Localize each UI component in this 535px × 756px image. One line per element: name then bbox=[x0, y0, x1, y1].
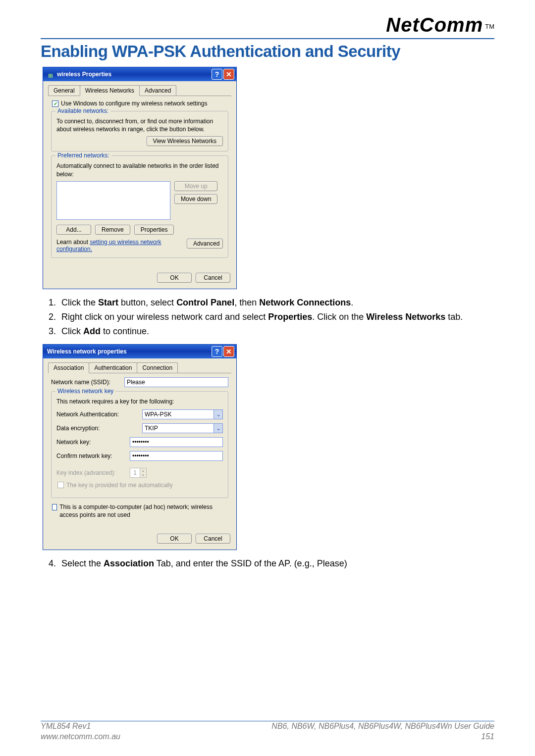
chk-use-windows-label: Use Windows to configure my wireless net… bbox=[61, 100, 207, 107]
brand-text: NetComm bbox=[386, 14, 483, 36]
page-footer: YML854 Rev1 www.netcomm.com.au NB6, NB6W… bbox=[41, 721, 494, 742]
preferred-legend: Preferred networks: bbox=[55, 152, 111, 159]
add-button[interactable]: Add... bbox=[56, 225, 91, 235]
dialog2-title: Wireless network properties bbox=[47, 348, 127, 355]
help-icon[interactable]: ? bbox=[212, 69, 222, 80]
cancel-button-2[interactable]: Cancel bbox=[196, 534, 230, 544]
titlebar-2[interactable]: Wireless network properties ? ✕ bbox=[43, 345, 236, 358]
learn-prefix: Learn about bbox=[56, 239, 90, 246]
page-title: Enabling WPA-PSK Authentication and Secu… bbox=[41, 42, 494, 61]
tabs: General Wireless Networks Advanced bbox=[48, 85, 231, 96]
auto-key-label: The key is provided for me automatically bbox=[66, 482, 173, 489]
tab-association[interactable]: Association bbox=[48, 362, 89, 373]
title-rule bbox=[41, 38, 494, 39]
adhoc-label: This is a computer-to-computer (ad hoc) … bbox=[59, 503, 227, 519]
tab-general[interactable]: General bbox=[48, 85, 80, 96]
instruction-3: Click Add to continue. bbox=[58, 325, 494, 338]
footer-rev: YML854 Rev1 bbox=[41, 721, 120, 732]
dialog1-title: wireless Properties bbox=[57, 71, 111, 78]
instruction-4: Select the Association Tab, and enter th… bbox=[58, 557, 494, 570]
instruction-1: Click the Start button, select Control P… bbox=[58, 296, 494, 309]
brand-logo: NetCommTM bbox=[386, 14, 494, 36]
wireless-network-properties-dialog: Wireless network properties ? ✕ Associat… bbox=[43, 344, 237, 551]
help-icon-2[interactable]: ? bbox=[212, 346, 222, 357]
ssid-label: Network name (SSID): bbox=[51, 379, 120, 386]
key-index-value: 1 bbox=[130, 468, 140, 477]
preferred-text: Automatically connect to available netwo… bbox=[56, 162, 223, 178]
available-text: To connect to, disconnect from, or find … bbox=[56, 117, 223, 133]
network-key-label: Network key: bbox=[56, 439, 126, 446]
move-down-button[interactable]: Move down bbox=[174, 194, 217, 204]
preferred-list[interactable] bbox=[56, 181, 170, 220]
remove-button[interactable]: Remove bbox=[95, 225, 130, 235]
key-legend: Wireless network key bbox=[55, 388, 115, 395]
wireless-properties-dialog: wireless Properties ? ✕ General Wireless… bbox=[43, 67, 237, 289]
network-auth-select[interactable]: WPA-PSK ⌄ bbox=[142, 409, 223, 419]
use-windows-checkbox[interactable]: ✔ bbox=[52, 101, 58, 107]
move-up-button[interactable]: Move up bbox=[174, 181, 217, 191]
cancel-button[interactable]: Cancel bbox=[196, 273, 230, 283]
confirm-key-input[interactable]: •••••••• bbox=[130, 451, 223, 461]
properties-button[interactable]: Properties bbox=[134, 225, 174, 235]
ok-button-2[interactable]: OK bbox=[157, 534, 192, 544]
close-icon[interactable]: ✕ bbox=[223, 69, 234, 80]
auto-key-checkbox bbox=[57, 482, 64, 488]
ok-button[interactable]: OK bbox=[157, 273, 192, 283]
chevron-down-icon-2: ⌄ bbox=[214, 424, 222, 433]
preferred-networks-group: Preferred networks: Automatically connec… bbox=[51, 155, 228, 257]
net-auth-label: Network Authentication: bbox=[56, 411, 138, 418]
footer-guide: NB6, NB6W, NB6Plus4, NB6Plus4W, NB6Plus4… bbox=[271, 721, 494, 732]
key-index-label: Key index (advanced): bbox=[56, 469, 126, 476]
instructions-list-2: Select the Association Tab, and enter th… bbox=[58, 557, 494, 570]
available-networks-group: Available networks: To connect to, disco… bbox=[51, 111, 228, 151]
data-enc-value: TKIP bbox=[145, 425, 158, 432]
view-wireless-networks-button[interactable]: View Wireless Networks bbox=[147, 136, 223, 146]
confirm-key-label: Confirm network key: bbox=[56, 453, 126, 459]
advanced-button[interactable]: Advanced bbox=[187, 239, 223, 249]
tm-text: TM bbox=[485, 23, 494, 30]
footer-url: www.netcomm.com.au bbox=[41, 732, 120, 742]
tabs-2: Association Authentication Connection bbox=[48, 362, 231, 373]
available-legend: Available networks: bbox=[55, 107, 110, 114]
tab-authentication[interactable]: Authentication bbox=[89, 362, 137, 373]
tab-connection[interactable]: Connection bbox=[137, 362, 178, 373]
requires-text: This network requires a key for the foll… bbox=[56, 398, 223, 405]
learn-text: Learn about setting up wireless network … bbox=[56, 239, 182, 252]
wifi-icon bbox=[47, 71, 54, 78]
tab-advanced[interactable]: Advanced bbox=[139, 85, 176, 96]
page-number: 151 bbox=[271, 732, 494, 742]
wireless-key-group: Wireless network key This network requir… bbox=[51, 391, 228, 498]
data-enc-label: Data encryption: bbox=[56, 425, 138, 432]
chevron-down-icon: ⌄ bbox=[214, 410, 222, 419]
ssid-input[interactable]: Please bbox=[124, 377, 228, 387]
data-encryption-select[interactable]: TKIP ⌄ bbox=[142, 423, 223, 433]
tab-wireless-networks[interactable]: Wireless Networks bbox=[80, 85, 140, 96]
key-index-spinner: 1 ▴▾ bbox=[130, 468, 147, 478]
network-key-input[interactable]: •••••••• bbox=[130, 437, 223, 447]
adhoc-checkbox[interactable] bbox=[52, 504, 57, 510]
close-icon-2[interactable]: ✕ bbox=[223, 346, 234, 357]
net-auth-value: WPA-PSK bbox=[145, 411, 171, 418]
instruction-2: Right click on your wireless network car… bbox=[58, 310, 494, 324]
instructions-list-1: Click the Start button, select Control P… bbox=[58, 296, 494, 338]
titlebar[interactable]: wireless Properties ? ✕ bbox=[43, 67, 236, 81]
